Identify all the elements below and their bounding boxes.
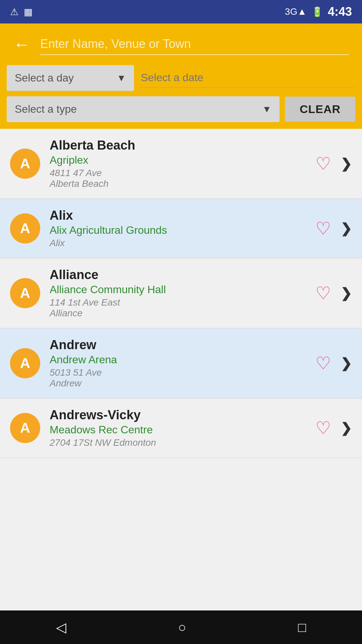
item-title: Alberta Beach bbox=[50, 138, 315, 153]
item-title: Andrews-Vicky bbox=[50, 408, 315, 422]
item-town: Alliance bbox=[50, 308, 315, 319]
select-day-label: Select a day bbox=[15, 72, 111, 84]
list-item[interactable]: AAlberta BeachAgriplex4811 47 AveAlberta… bbox=[0, 129, 362, 199]
favorite-button[interactable]: ♡ bbox=[315, 419, 331, 437]
list-item[interactable]: AAndrewAndrew Arena5013 51 AveAndrew♡❯ bbox=[0, 328, 362, 398]
select-type-label: Select a type bbox=[15, 103, 262, 115]
status-bar-right: 3G▲ 🔋 4:43 bbox=[285, 5, 352, 19]
status-time: 4:43 bbox=[328, 5, 352, 19]
item-address: 114 1st Ave East bbox=[50, 297, 315, 308]
favorite-button[interactable]: ♡ bbox=[315, 155, 331, 172]
navigate-arrow-icon: ❯ bbox=[341, 356, 352, 371]
item-venue: Meadows Rec Centre bbox=[50, 424, 315, 436]
navigate-arrow-icon: ❯ bbox=[341, 420, 352, 436]
bottom-nav: ◁ ○ □ bbox=[0, 610, 362, 644]
signal-icon: 3G▲ bbox=[285, 6, 307, 17]
sim-icon: ▦ bbox=[24, 6, 33, 17]
chevron-down-type-icon: ▼ bbox=[262, 104, 272, 115]
favorite-button[interactable]: ♡ bbox=[315, 355, 331, 372]
list-item[interactable]: AAndrews-VickyMeadows Rec Centre2704 17S… bbox=[0, 398, 362, 458]
item-town: Alberta Beach bbox=[50, 178, 315, 189]
item-info: Alberta BeachAgriplex4811 47 AveAlberta … bbox=[50, 138, 315, 189]
item-venue: Agriplex bbox=[50, 154, 315, 166]
filter-row1: Select a day ▼ bbox=[7, 65, 355, 91]
navigate-arrow-icon: ❯ bbox=[341, 156, 352, 171]
navigate-arrow-icon: ❯ bbox=[341, 285, 352, 301]
item-address: 2704 17St NW Edmonton bbox=[50, 437, 315, 448]
avatar: A bbox=[10, 413, 40, 443]
favorite-button[interactable]: ♡ bbox=[315, 284, 331, 302]
recent-nav-button[interactable]: □ bbox=[298, 620, 306, 635]
item-info: AllianceAlliance Community Hall114 1st A… bbox=[50, 268, 315, 319]
back-nav-button[interactable]: ◁ bbox=[56, 620, 66, 635]
item-address: 4811 47 Ave bbox=[50, 168, 315, 178]
venue-list: AAlberta BeachAgriplex4811 47 AveAlberta… bbox=[0, 129, 362, 458]
item-town: Alix bbox=[50, 238, 315, 249]
clear-button[interactable]: CLEAR bbox=[285, 97, 355, 122]
navigate-arrow-icon: ❯ bbox=[341, 221, 352, 236]
home-nav-button[interactable]: ○ bbox=[178, 620, 186, 635]
filter-section: Select a day ▼ Select a type ▼ CLEAR bbox=[0, 65, 362, 129]
back-button[interactable]: ← bbox=[13, 36, 30, 53]
warning-icon: ⚠ bbox=[10, 6, 18, 17]
item-town: Andrew bbox=[50, 378, 315, 389]
select-day-dropdown[interactable]: Select a day ▼ bbox=[7, 65, 134, 91]
status-bar-left: ⚠ ▦ bbox=[10, 6, 33, 17]
item-title: Alix bbox=[50, 208, 315, 223]
status-bar: ⚠ ▦ 3G▲ 🔋 4:43 bbox=[0, 0, 362, 23]
item-title: Alliance bbox=[50, 268, 315, 282]
item-info: Andrews-VickyMeadows Rec Centre2704 17St… bbox=[50, 408, 315, 448]
search-input[interactable] bbox=[40, 34, 349, 55]
avatar: A bbox=[10, 149, 40, 179]
battery-icon: 🔋 bbox=[311, 6, 323, 17]
list-item[interactable]: AAllianceAlliance Community Hall114 1st … bbox=[0, 258, 362, 328]
item-address: 5013 51 Ave bbox=[50, 367, 315, 378]
select-type-dropdown[interactable]: Select a type ▼ bbox=[7, 96, 280, 122]
avatar: A bbox=[10, 348, 40, 378]
filter-row2: Select a type ▼ CLEAR bbox=[7, 96, 355, 122]
select-date-input[interactable] bbox=[139, 68, 355, 88]
avatar: A bbox=[10, 278, 40, 308]
chevron-down-icon: ▼ bbox=[117, 73, 126, 84]
item-venue: Alix Agricultural Grounds bbox=[50, 224, 315, 236]
list-item[interactable]: AAlixAlix Agricultural GroundsAlix♡❯ bbox=[0, 199, 362, 258]
avatar: A bbox=[10, 213, 40, 244]
item-title: Andrew bbox=[50, 338, 315, 352]
item-venue: Alliance Community Hall bbox=[50, 283, 315, 296]
item-venue: Andrew Arena bbox=[50, 354, 315, 366]
favorite-button[interactable]: ♡ bbox=[315, 220, 331, 237]
item-info: AlixAlix Agricultural GroundsAlix bbox=[50, 208, 315, 249]
header: ← bbox=[0, 23, 362, 65]
item-info: AndrewAndrew Arena5013 51 AveAndrew bbox=[50, 338, 315, 389]
